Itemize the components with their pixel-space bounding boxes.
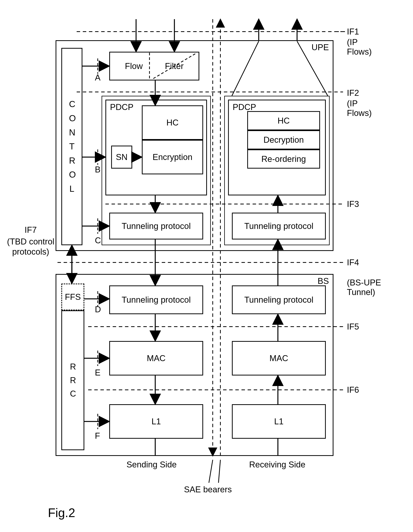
tunnel-recv-upe-label: Tunneling protocol: [244, 221, 313, 231]
pdcp-send-label: PDCP: [110, 102, 133, 112]
if1-note: (IP Flows): [347, 37, 383, 57]
mac-recv-box: MAC: [232, 341, 326, 375]
receiving-side: Receiving Side: [249, 460, 306, 469]
if2-label: IF2: [347, 88, 359, 98]
sending-side: Sending Side: [126, 460, 177, 469]
upe-title: UPE: [312, 43, 329, 52]
cp-e: E: [95, 368, 100, 377]
cp-c: C: [95, 236, 101, 245]
hc-send-box: HC: [142, 105, 203, 140]
tunnel-send-bs-label: Tunneling protocol: [122, 295, 191, 304]
flow-label: Flow: [125, 61, 143, 71]
svg-line-43: [209, 460, 213, 483]
tunnel-send-bs: Tunneling protocol: [109, 285, 203, 314]
sn-label: SN: [116, 152, 127, 162]
if5-label: IF5: [347, 322, 359, 332]
tunnel-send-upe-label: Tunneling protocol: [122, 221, 191, 231]
diagram-root: UPE CONTROL Flow Filter PDCP HC Encrypti…: [29, 15, 383, 513]
sn-box: SN: [111, 146, 132, 169]
tunnel-send-upe: Tunneling protocol: [109, 213, 203, 239]
sae-bearers: SAE bearers: [184, 485, 232, 494]
decryption-label: Decryption: [263, 135, 304, 145]
if7-label: IF7: [10, 225, 52, 235]
hc-recv-box: HC: [247, 111, 320, 130]
if4-label: IF4: [347, 258, 359, 267]
tunnel-recv-upe: Tunneling protocol: [232, 213, 326, 239]
cp-a: A: [95, 73, 100, 82]
rrc-label: RRC: [70, 360, 76, 400]
cp-f: F: [95, 431, 100, 441]
if7-note: (TBD control protocols): [6, 237, 56, 257]
svg-line-44: [219, 460, 221, 483]
l1-send-label: L1: [152, 417, 161, 426]
hc-recv-label: HC: [278, 116, 290, 125]
encryption-box: Encryption: [142, 140, 203, 174]
decryption-box: Decryption: [247, 130, 320, 149]
bs-title: BS: [317, 276, 329, 286]
if1-label: IF1: [347, 27, 359, 36]
cp-b: B: [95, 165, 100, 174]
reordering-box: Re-ordering: [247, 149, 320, 169]
if6-label: IF6: [347, 385, 359, 395]
cp-d: D: [95, 304, 101, 314]
pdcp-recv-label: PDCP: [233, 102, 256, 112]
encryption-label: Encryption: [153, 152, 192, 162]
rrc-box: RRC: [61, 310, 84, 450]
if3-label: IF3: [347, 199, 359, 209]
ffs-label: FFS: [65, 292, 81, 302]
if2-note: (IP Flows): [347, 99, 383, 118]
control-box: CONTROL: [61, 48, 82, 245]
tunnel-recv-bs-label: Tunneling protocol: [244, 295, 313, 304]
hc-send-label: HC: [166, 118, 179, 127]
control-label: CONTROL: [69, 97, 75, 196]
mac-recv-label: MAC: [269, 353, 288, 363]
tunnel-recv-bs: Tunneling protocol: [232, 285, 326, 314]
mac-send-label: MAC: [147, 353, 166, 363]
l1-recv-label: L1: [274, 417, 284, 426]
flow-filter-box: Flow Filter: [109, 52, 199, 80]
figure-label: Fig.2: [48, 506, 75, 520]
if4-note: (BS-UPE Tunnel): [347, 278, 383, 297]
reordering-label: Re-ordering: [261, 154, 306, 164]
mac-send-box: MAC: [109, 341, 203, 375]
l1-recv-box: L1: [232, 404, 326, 439]
l1-send-box: L1: [109, 404, 203, 439]
ffs-box: FFS: [61, 284, 84, 310]
filter-label: Filter: [165, 61, 184, 71]
